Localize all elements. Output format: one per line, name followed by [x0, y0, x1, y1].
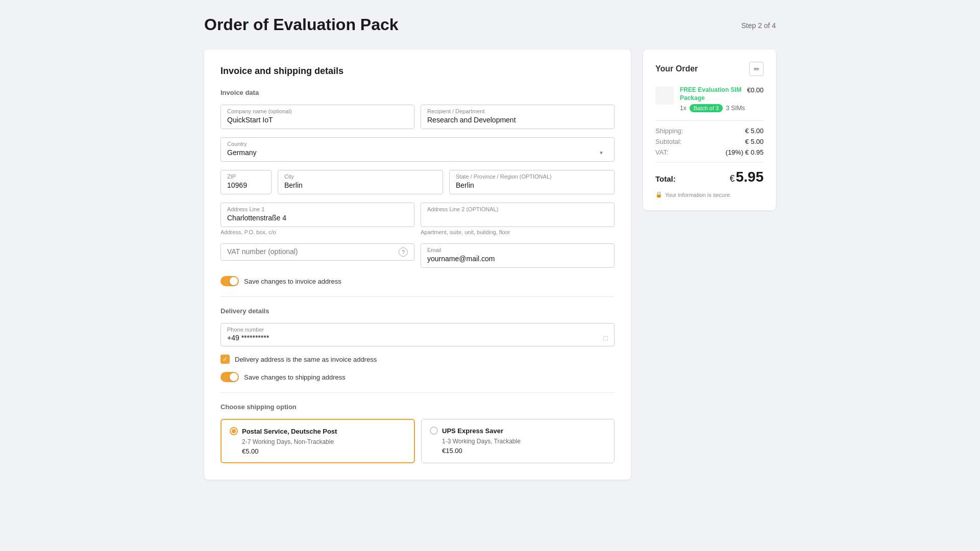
- recipient-field[interactable]: Recipient / Department: [421, 105, 615, 129]
- lock-icon: 🔒: [655, 191, 663, 198]
- total-divider: [655, 162, 764, 163]
- total-amount: 5.95: [736, 169, 764, 185]
- city-label: City: [284, 173, 436, 180]
- form-section-title: Invoice and shipping details: [220, 66, 615, 77]
- shipping-section-title: Choose shipping option: [220, 403, 615, 411]
- order-title: Your Order: [655, 64, 698, 73]
- deutsche-post-price: €5.00: [230, 447, 406, 455]
- order-item-thumbnail: [655, 86, 674, 105]
- recipient-label: Recipient / Department: [427, 108, 608, 114]
- company-name-group: Company name (optional): [220, 105, 414, 129]
- order-total-row: Total: €5.95: [655, 169, 764, 185]
- vat-line-value: (19%) € 0.95: [726, 148, 764, 156]
- address2-field[interactable]: Address Line 2 (OPTIONAL): [421, 203, 615, 227]
- address2-group: Address Line 2 (OPTIONAL) Apartment, sui…: [421, 203, 615, 235]
- deutsche-post-radio[interactable]: [230, 427, 238, 435]
- secure-text: Your information is secure.: [665, 192, 731, 198]
- vat-field[interactable]: ?: [220, 243, 414, 261]
- state-input[interactable]: [456, 181, 608, 189]
- order-item-details: FREE Evaluation SIM Package €0.00 1x Bat…: [680, 86, 764, 112]
- state-group: State / Province / Region (OPTIONAL): [449, 170, 615, 194]
- vat-input[interactable]: [227, 247, 408, 256]
- ups-header: UPS Express Saver: [430, 427, 606, 435]
- phone-input[interactable]: [227, 334, 603, 342]
- email-input[interactable]: [427, 255, 608, 263]
- subtotal-line-label: Subtotal:: [655, 138, 681, 145]
- save-invoice-toggle[interactable]: [220, 276, 239, 286]
- address1-hint: Address, P.O. box, c/o: [220, 229, 414, 235]
- email-group: Email: [421, 243, 615, 268]
- sims-label: 3 SIMs: [726, 105, 745, 112]
- phone-flag-icon: ⬚: [603, 335, 608, 341]
- step-indicator: Step 2 of 4: [741, 21, 776, 30]
- save-shipping-row: Save changes to shipping address: [220, 372, 615, 382]
- total-label: Total:: [655, 174, 676, 183]
- city-field[interactable]: City: [278, 170, 443, 194]
- order-item: FREE Evaluation SIM Package €0.00 1x Bat…: [655, 86, 764, 112]
- section-divider: [220, 296, 615, 297]
- zip-label: ZIP: [227, 173, 265, 180]
- order-edit-button[interactable]: ✏: [749, 62, 764, 76]
- order-item-name: FREE Evaluation SIM Package: [680, 86, 747, 102]
- country-select-wrapper[interactable]: Germany France United Kingdom ▼: [227, 148, 608, 157]
- edit-icon: ✏: [754, 65, 760, 73]
- zip-input[interactable]: [227, 181, 265, 189]
- order-item-badges: 1x Batch of 3 3 SIMs: [680, 104, 764, 112]
- ups-price: €15.00: [430, 447, 606, 455]
- country-field[interactable]: Country Germany France United Kingdom ▼: [220, 137, 615, 162]
- zip-group: ZIP: [220, 170, 272, 194]
- invoice-subsection-title: Invoice data: [220, 89, 615, 96]
- city-group: City: [278, 170, 443, 194]
- vat-help-icon[interactable]: ?: [399, 247, 408, 257]
- shipping-option-ups[interactable]: UPS Express Saver 1-3 Working Days, Trac…: [421, 419, 615, 463]
- subtotal-line-value: € 5.00: [745, 138, 764, 145]
- ups-radio[interactable]: [430, 427, 438, 435]
- vat-line: VAT: (19%) € 0.95: [655, 148, 764, 156]
- order-divider: [655, 120, 764, 121]
- ups-desc: 1-3 Working Days, Trackable: [430, 438, 606, 445]
- save-shipping-toggle[interactable]: [220, 372, 239, 382]
- address2-label: Address Line 2 (OPTIONAL): [427, 206, 608, 212]
- order-item-price: €0.00: [747, 86, 764, 94]
- shipping-line-value: € 5.00: [745, 127, 764, 135]
- save-invoice-label: Save changes to invoice address: [244, 278, 341, 285]
- email-field[interactable]: Email: [421, 243, 615, 268]
- shipping-option-deutsche-post[interactable]: Postal Service, Deutsche Post 2-7 Workin…: [220, 419, 415, 463]
- city-input[interactable]: [284, 181, 436, 189]
- company-name-field[interactable]: Company name (optional): [220, 105, 414, 129]
- shipping-line: Shipping: € 5.00: [655, 127, 764, 135]
- save-invoice-row: Save changes to invoice address: [220, 276, 615, 286]
- country-select[interactable]: Germany France United Kingdom: [227, 148, 608, 157]
- country-label: Country: [227, 141, 608, 147]
- state-field[interactable]: State / Province / Region (OPTIONAL): [449, 170, 615, 194]
- same-address-label: Delivery address is the same as invoice …: [235, 356, 377, 363]
- page-title: Order of Evaluation Pack: [204, 15, 399, 34]
- order-panel: Your Order ✏ FREE Evaluation SIM Package…: [643, 49, 776, 210]
- phone-wrapper: ⬚: [227, 334, 608, 342]
- address2-input[interactable]: [427, 214, 608, 222]
- qty-label: 1x: [680, 105, 687, 112]
- phone-field[interactable]: Phone number ⬚: [220, 323, 615, 346]
- address1-field[interactable]: Address Line 1: [220, 203, 414, 227]
- address1-label: Address Line 1: [227, 206, 408, 212]
- deutsche-post-desc: 2-7 Working Days, Non-Trackable: [230, 438, 406, 445]
- same-address-checkbox[interactable]: [220, 355, 230, 364]
- email-label: Email: [427, 247, 608, 253]
- subtotal-line: Subtotal: € 5.00: [655, 138, 764, 145]
- batch-badge: Batch of 3: [690, 104, 723, 112]
- company-name-input[interactable]: [227, 116, 408, 124]
- shipping-divider: [220, 392, 615, 393]
- total-value: €5.95: [729, 169, 764, 185]
- recipient-input[interactable]: [427, 116, 608, 124]
- deutsche-post-name: Postal Service, Deutsche Post: [242, 428, 337, 435]
- zip-field[interactable]: ZIP: [220, 170, 272, 194]
- secure-info: 🔒 Your information is secure.: [655, 191, 764, 198]
- address1-input[interactable]: [227, 214, 408, 222]
- ups-name: UPS Express Saver: [442, 427, 503, 435]
- shipping-line-label: Shipping:: [655, 127, 683, 135]
- phone-label: Phone number: [227, 327, 608, 333]
- phone-group: Phone number ⬚: [220, 323, 615, 346]
- save-shipping-label: Save changes to shipping address: [244, 373, 346, 381]
- delivery-subsection-title: Delivery details: [220, 307, 615, 315]
- country-group: Country Germany France United Kingdom ▼: [220, 137, 615, 162]
